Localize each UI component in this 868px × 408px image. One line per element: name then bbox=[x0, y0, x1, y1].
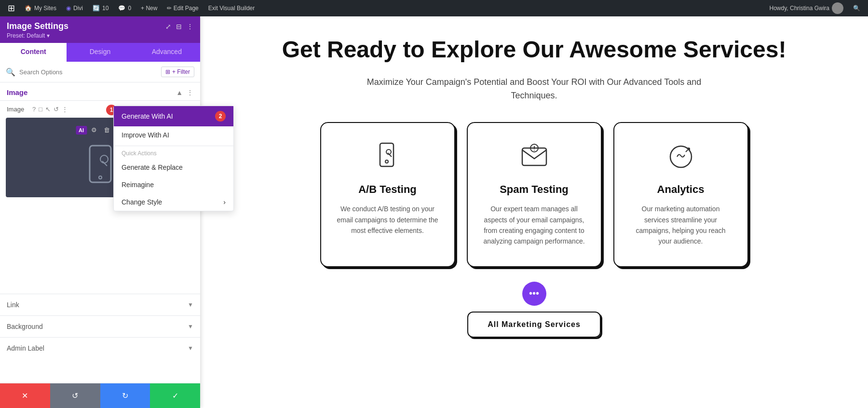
svg-rect-0 bbox=[90, 146, 111, 182]
user-greeting-text: Howdy, Christina Gwira bbox=[770, 5, 829, 12]
gear-button[interactable]: ⚙ bbox=[89, 125, 99, 135]
generate-replace-label: Generate & Replace bbox=[122, 163, 183, 171]
generate-with-ai-label: Generate With AI bbox=[122, 112, 173, 120]
collapse-icon[interactable]: ▲ bbox=[176, 89, 183, 96]
right-content: Get Ready to Explore Our Awesome Service… bbox=[200, 16, 868, 408]
ab-testing-title: A/B Testing bbox=[358, 183, 417, 196]
purple-dots-button[interactable]: ••• bbox=[522, 282, 546, 306]
dropdown-menu: Generate With AI 2 Improve With AI Quick… bbox=[113, 106, 234, 211]
comments-item[interactable]: 💬 0 bbox=[114, 0, 135, 16]
spam-testing-title: Spam Testing bbox=[500, 183, 569, 196]
link-label: Link bbox=[7, 301, 19, 309]
ab-testing-icon bbox=[374, 142, 401, 176]
all-services-card: All Marketing Services bbox=[467, 312, 601, 338]
background-arrow-icon: ▼ bbox=[188, 323, 193, 330]
undo-button[interactable]: ↺ bbox=[50, 383, 100, 408]
save-button[interactable]: ✓ bbox=[150, 383, 200, 408]
all-services-label: All Marketing Services bbox=[488, 320, 581, 328]
ai-button[interactable]: AI bbox=[76, 126, 87, 135]
my-sites-item[interactable]: 🏠 My Sites bbox=[21, 0, 60, 16]
more-icon[interactable]: ⋮ bbox=[187, 23, 193, 30]
change-style-label: Change Style bbox=[122, 198, 162, 206]
layout-icon[interactable]: ⊟ bbox=[176, 23, 182, 30]
background-label: Background bbox=[7, 323, 43, 330]
more-options-icon[interactable]: ⋮ bbox=[62, 106, 68, 113]
link-section[interactable]: Link ▼ bbox=[0, 294, 200, 315]
improve-with-ai-label: Improve With AI bbox=[122, 131, 169, 139]
section-controls: ▲ ⋮ bbox=[176, 89, 193, 96]
redo-button[interactable]: ↻ bbox=[100, 383, 150, 408]
panel-tabs: Content Design Advanced bbox=[0, 43, 200, 62]
divi-icon: ◉ bbox=[66, 5, 71, 12]
cursor-icon[interactable]: ↖ bbox=[45, 106, 51, 113]
ab-testing-card: A/B Testing We conduct A/B testing on yo… bbox=[320, 122, 455, 267]
exit-builder-item[interactable]: Exit Visual Builder bbox=[204, 0, 259, 16]
page-headline: Get Ready to Explore Our Awesome Service… bbox=[229, 36, 839, 64]
user-avatar bbox=[832, 2, 843, 14]
tab-advanced[interactable]: Advanced bbox=[134, 43, 200, 62]
cancel-button[interactable]: ✕ bbox=[0, 383, 50, 408]
my-sites-label: My Sites bbox=[34, 5, 56, 12]
image-placeholder-icon bbox=[86, 145, 115, 185]
svg-point-5 bbox=[385, 160, 388, 163]
svg-point-1 bbox=[99, 176, 102, 179]
panel-title-icons: ⤢ ⊟ ⋮ bbox=[165, 23, 193, 30]
section-more-icon[interactable]: ⋮ bbox=[187, 89, 193, 96]
spam-testing-card: Spam Testing Our expert team manages all… bbox=[467, 122, 602, 267]
panel-title-row: Image Settings ⤢ ⊟ ⋮ bbox=[7, 21, 193, 31]
search-input[interactable] bbox=[19, 68, 157, 76]
mobile-icon[interactable]: □ bbox=[39, 106, 42, 113]
comments-count: 0 bbox=[128, 5, 131, 12]
panel-title: Image Settings bbox=[7, 21, 68, 31]
badge-2: 2 bbox=[215, 111, 226, 122]
new-label: + New bbox=[141, 5, 157, 12]
ab-testing-desc: We conduct A/B testing on your email cam… bbox=[336, 204, 440, 236]
exit-builder-label: Exit Visual Builder bbox=[208, 5, 255, 12]
home-icon: 🏠 bbox=[25, 5, 32, 12]
background-section[interactable]: Background ▼ bbox=[0, 315, 200, 337]
panel-bottom-actions: ✕ ↺ ↻ ✓ bbox=[0, 383, 200, 408]
generate-replace-item[interactable]: Generate & Replace bbox=[114, 159, 233, 176]
spam-testing-icon bbox=[520, 142, 549, 176]
divi-label: Divi bbox=[73, 5, 83, 12]
counter-item[interactable]: 🔄 10 bbox=[89, 0, 112, 16]
cards-row: A/B Testing We conduct A/B testing on yo… bbox=[229, 122, 839, 267]
filter-button[interactable]: ⊞ + Filter bbox=[161, 67, 194, 77]
change-style-item[interactable]: Change Style › bbox=[114, 193, 233, 211]
svg-point-2 bbox=[100, 155, 108, 163]
admin-label-section[interactable]: Admin Label ▼ bbox=[0, 337, 200, 359]
divi-item[interactable]: ◉ Divi bbox=[62, 0, 87, 16]
tab-design[interactable]: Design bbox=[67, 43, 133, 62]
counter-icon: 🔄 bbox=[93, 5, 100, 12]
tab-content[interactable]: Content bbox=[0, 43, 67, 62]
help-icon[interactable]: ? bbox=[32, 106, 36, 113]
image-field-label: Image bbox=[7, 106, 28, 113]
trash-button[interactable]: 🗑 bbox=[101, 125, 112, 135]
analytics-desc: Our marketing automation services stream… bbox=[629, 204, 733, 247]
reset-icon[interactable]: ↺ bbox=[54, 106, 59, 113]
search-icon: 🔍 bbox=[6, 68, 15, 77]
search-icon: 🔍 bbox=[853, 5, 860, 12]
improve-with-ai-item[interactable]: Improve With AI bbox=[114, 126, 233, 144]
spam-testing-desc: Our expert team manages all aspects of y… bbox=[482, 204, 586, 247]
wp-icon-item[interactable]: ⊞ bbox=[4, 0, 19, 16]
expand-icon[interactable]: ⤢ bbox=[165, 23, 171, 30]
counter-label: 10 bbox=[102, 5, 108, 12]
main-layout: Image Settings ⤢ ⊟ ⋮ Preset: Default ▾ C… bbox=[0, 16, 868, 408]
svg-rect-7 bbox=[522, 148, 546, 165]
user-greeting[interactable]: Howdy, Christina Gwira bbox=[766, 0, 847, 16]
generate-with-ai-item[interactable]: Generate With AI 2 bbox=[114, 106, 233, 126]
panel-search-bar: 🔍 ⊞ + Filter bbox=[0, 62, 200, 82]
left-panel: Image Settings ⤢ ⊟ ⋮ Preset: Default ▾ C… bbox=[0, 16, 200, 408]
panel-header: Image Settings ⤢ ⊟ ⋮ Preset: Default ▾ bbox=[0, 16, 200, 43]
submenu-arrow-icon: › bbox=[223, 198, 226, 206]
admin-bar-right: Howdy, Christina Gwira 🔍 bbox=[766, 0, 864, 16]
reimagine-item[interactable]: Reimagine bbox=[114, 176, 233, 193]
panel-preset[interactable]: Preset: Default ▾ bbox=[7, 32, 193, 39]
new-item[interactable]: + New bbox=[137, 0, 161, 16]
search-icon-item[interactable]: 🔍 bbox=[849, 0, 864, 16]
link-arrow-icon: ▼ bbox=[188, 301, 193, 308]
collapsible-sections: Link ▼ Background ▼ Admin Label ▼ bbox=[0, 294, 200, 359]
wp-icon: ⊞ bbox=[8, 3, 15, 14]
edit-page-item[interactable]: ✏ Edit Page bbox=[163, 0, 202, 16]
